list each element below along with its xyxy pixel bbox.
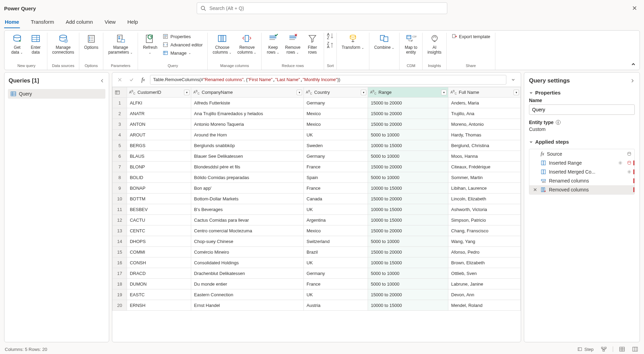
cell[interactable]: 10000 to 15000 (368, 257, 448, 268)
row-number[interactable]: 1 (113, 98, 127, 108)
cell[interactable]: 15000 to 20000 (368, 108, 448, 119)
cell[interactable]: Labrune, Janine (448, 279, 521, 289)
collapse-ribbon-icon[interactable] (631, 62, 636, 67)
cell[interactable]: 10000 to 15000 (368, 183, 448, 193)
table-row[interactable]: 4AROUTAround the HornUK5000 to 10000Hard… (113, 130, 521, 140)
ai-insights-button[interactable]: AIinsights (425, 33, 444, 55)
sort-desc-button[interactable]: ZA (327, 42, 334, 48)
filter-rows-button[interactable]: Filterrows (304, 33, 321, 55)
properties-button[interactable]: Properties (161, 33, 205, 40)
commit-formula-icon[interactable] (127, 75, 136, 85)
cell[interactable]: France (304, 183, 368, 193)
cell[interactable]: Mexico (304, 108, 368, 119)
row-number[interactable]: 17 (113, 268, 127, 279)
cell[interactable]: Berglunds snabbköp (191, 140, 304, 151)
delete-step-icon[interactable]: ✕ (533, 187, 538, 192)
row-number[interactable]: 13 (113, 225, 127, 236)
cell[interactable]: 5000 to 10000 (368, 130, 448, 140)
cell[interactable]: Cactus Comidas para llevar (191, 215, 304, 225)
step-button[interactable]: Step (576, 346, 595, 353)
cell[interactable]: Hardy, Thomas (448, 130, 521, 140)
column-header-customerid[interactable]: ABCCustomerID▾ (127, 87, 191, 98)
row-number[interactable]: 11 (113, 204, 127, 215)
cell[interactable]: Bon app' (191, 183, 304, 193)
search-box[interactable] (197, 2, 447, 14)
cell[interactable]: Ana Trujillo Emaredados y helados (191, 108, 304, 119)
cell[interactable]: 5000 to 10000 (368, 268, 448, 279)
table-row[interactable]: 11BESBEVB's BeveragesUK10000 to 15000Ash… (113, 204, 521, 215)
row-number[interactable]: 7 (113, 162, 127, 172)
cell[interactable]: DUMON (127, 279, 191, 289)
cell[interactable]: 15000 to 20000 (368, 247, 448, 257)
table-row[interactable]: 3ANTONAntonio Moreno TaqueriaMexico15000… (113, 119, 521, 130)
cell[interactable]: BOTTM (127, 193, 191, 204)
cell[interactable]: Mexico (304, 119, 368, 130)
cell[interactable]: UK (304, 204, 368, 215)
split-view-icon[interactable] (631, 346, 639, 352)
tab-home[interactable]: Home (4, 16, 20, 28)
cell[interactable]: France (304, 279, 368, 289)
table-row[interactable]: 19EASTCEastern ConnectionUK15000 to 2000… (113, 289, 521, 300)
table-row[interactable]: 12CACTUCactus Comidas para llevarArgenti… (113, 215, 521, 225)
cell[interactable]: France (304, 162, 368, 172)
table-row[interactable]: 10BOTTMBottom-Dollar MarketsCanada15000 … (113, 193, 521, 204)
cell[interactable]: Around the Horn (191, 130, 304, 140)
cell[interactable]: Chop-suey Chinese (191, 236, 304, 247)
row-number[interactable]: 8 (113, 172, 127, 183)
formula-input[interactable]: Table.RemoveColumns(#"Renamed columns", … (150, 75, 506, 85)
cell[interactable]: Centro comercial Moctezuma (191, 225, 304, 236)
cell[interactable]: BLAUS (127, 151, 191, 162)
column-filter-icon[interactable]: ▾ (361, 90, 366, 95)
cell[interactable]: 10000 to 15000 (368, 300, 448, 311)
cell[interactable]: Citeaux, Frédérique (448, 162, 521, 172)
table-row[interactable]: 17DRACDDrachenblut DelikatessenGermany50… (113, 268, 521, 279)
table-row[interactable]: 9BONAPBon app'France10000 to 15000Libiha… (113, 183, 521, 193)
cell[interactable]: Chang, Franscisco (448, 225, 521, 236)
remove-rows-button[interactable]: Removerows ⌄ (283, 33, 302, 56)
row-number[interactable]: 3 (113, 119, 127, 130)
expand-formula-icon[interactable] (508, 75, 518, 85)
column-header-companyname[interactable]: ABCCompanyName▾ (191, 87, 304, 98)
cell[interactable]: Du monde entier (191, 279, 304, 289)
table-row[interactable]: 16CONSHConsolidated HoldingsUK10000 to 1… (113, 257, 521, 268)
cell[interactable]: BONAP (127, 183, 191, 193)
applied-step[interactable]: Inserted Merged Co... (529, 167, 634, 176)
choose-columns-button[interactable]: Choosecolumns ⌄ (210, 33, 234, 56)
column-filter-icon[interactable]: ▾ (441, 90, 447, 95)
cell[interactable]: 15000 to 20000 (368, 98, 448, 108)
row-number[interactable]: 20 (113, 300, 127, 311)
cell[interactable]: 15000 to 20000 (368, 289, 448, 300)
table-view-icon[interactable] (618, 346, 626, 352)
cell[interactable]: Sweden (304, 140, 368, 151)
table-row[interactable]: 1ALFKIAlfreds FutterkisteGermany15000 to… (113, 98, 521, 108)
cell[interactable]: CONSH (127, 257, 191, 268)
cell[interactable]: 15000 to 20000 (368, 193, 448, 204)
cell[interactable]: Austria (304, 300, 368, 311)
cell[interactable]: DRACD (127, 268, 191, 279)
cell[interactable]: B's Beverages (191, 204, 304, 215)
query-name-input[interactable] (529, 104, 635, 115)
cell[interactable]: Drachenblut Delikatessen (191, 268, 304, 279)
table-row[interactable]: 6BLAUSBlauer See DelikatessenGermany5000… (113, 151, 521, 162)
cell[interactable]: Switzerland (304, 236, 368, 247)
row-number[interactable]: 2 (113, 108, 127, 119)
cell[interactable]: Mendel, Roland (448, 300, 521, 311)
properties-section[interactable]: Properties (529, 88, 635, 98)
cell[interactable]: Alfreds Futterkiste (191, 98, 304, 108)
applied-steps-section[interactable]: Applied steps (529, 137, 635, 147)
column-filter-icon[interactable]: ▾ (514, 90, 519, 95)
cell[interactable]: Ernst Handel (191, 300, 304, 311)
cell[interactable]: Berglund, Christina (448, 140, 521, 151)
cell[interactable]: BESBEV (127, 204, 191, 215)
fx-icon[interactable]: fx (138, 75, 148, 85)
cell[interactable]: ANATR (127, 108, 191, 119)
cell[interactable]: BLONP (127, 162, 191, 172)
diagram-view-icon[interactable] (600, 346, 608, 352)
table-row[interactable]: 14DHOPSChop-suey ChineseSwitzerland5000 … (113, 236, 521, 247)
cell[interactable]: Spain (304, 172, 368, 183)
cell[interactable]: EASTC (127, 289, 191, 300)
data-grid[interactable]: ABCCustomerID▾ABCCompanyName▾ABCCountry▾… (112, 87, 521, 342)
manage-parameters-button[interactable]: Manageparameters ⌄ (106, 33, 135, 56)
applied-step[interactable]: abcRenamed columns (529, 176, 634, 185)
applied-step[interactable]: ✕Removed columns (529, 185, 634, 194)
